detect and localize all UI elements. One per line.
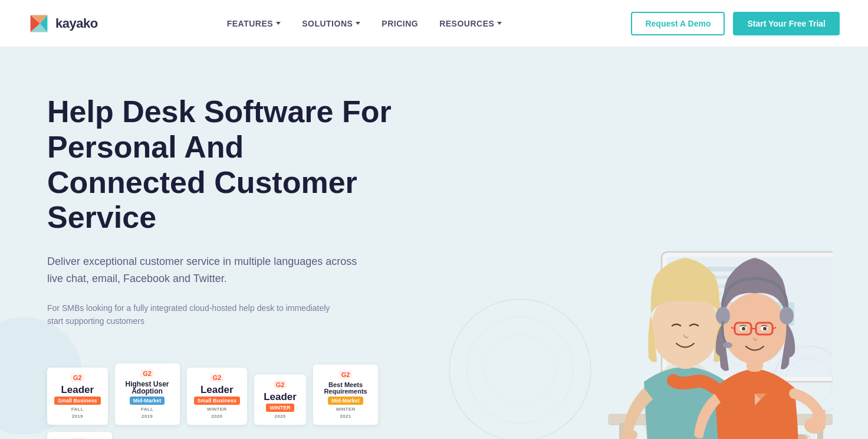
badge-year: 2019 (72, 414, 83, 419)
svg-point-48 (742, 327, 745, 330)
request-demo-button[interactable]: Request A Demo (631, 12, 725, 35)
nav-item-pricing[interactable]: PRICING (382, 19, 418, 28)
svg-point-27 (485, 335, 555, 405)
badge-title: Leader (264, 392, 297, 402)
badge-leader-small-winter2020: G2 Leader Small Business WINTER 2020 (187, 368, 248, 425)
svg-point-51 (780, 307, 794, 325)
chevron-down-icon (276, 22, 281, 25)
awards-badges: G2 Leader Small Business FALL 2019 G2 Hi… (47, 363, 425, 439)
badge-year: 2019 (142, 414, 153, 419)
badge-category: Small Business (54, 397, 101, 405)
badge-year: 2021 (340, 414, 351, 419)
svg-point-49 (763, 327, 767, 330)
badge-season: WINTER (207, 407, 226, 412)
badge-title: Leader (61, 385, 94, 395)
g2-logo: G2 (140, 369, 154, 378)
nav-item-resources[interactable]: RESOURCES (439, 19, 502, 28)
kayako-logo-icon (28, 13, 50, 34)
svg-point-52 (723, 342, 732, 348)
badge-leader-small-fall2019: G2 Leader Small Business FALL 2019 (47, 368, 108, 425)
nav-links: FEATURES SOLUTIONS PRICING RESOURCES (227, 19, 502, 28)
badge-category: WINTER (266, 404, 294, 412)
g2-logo: G2 (274, 381, 287, 389)
badge-category: Mid-Market (328, 397, 363, 405)
badge-users-love-us: G2 Users Love Us ★ ★ ★ ★ ★ (47, 432, 112, 439)
badge-category: Mid-Market (130, 397, 165, 405)
nav-item-features[interactable]: FEATURES (227, 19, 281, 28)
badge-season: WINTER (336, 407, 355, 412)
badge-season: FALL (71, 407, 84, 412)
logo-area[interactable]: kayako (28, 13, 98, 34)
badge-year: 2020 (211, 414, 222, 419)
badge-title: Leader (200, 385, 234, 395)
badge-highest-adoption: G2 Highest User Adoption Mid-Market FALL… (115, 363, 180, 425)
svg-point-26 (467, 317, 573, 423)
chevron-down-icon (356, 22, 360, 25)
hero-subtitle: Deliver exceptional customer service in … (47, 253, 371, 287)
badge-category: Small Business (194, 397, 241, 405)
hero-illustration (432, 134, 833, 439)
start-trial-button[interactable]: Start Your Free Trial (733, 12, 840, 35)
hero-title: Help Desk Software For Personal And Conn… (47, 94, 401, 235)
hero-content-left: Help Desk Software For Personal And Conn… (47, 83, 425, 439)
hero-description: For SMBs looking for a fully integrated … (47, 302, 342, 328)
g2-logo: G2 (71, 374, 84, 382)
hero-section: Help Desk Software For Personal And Conn… (0, 47, 868, 439)
badge-best-meets: G2 Best Meets Requirements Mid-Market WI… (313, 365, 378, 425)
svg-point-25 (449, 299, 591, 439)
badge-title: Best Meets Requirements (320, 382, 371, 395)
badge-season: FALL (141, 407, 153, 412)
hero-illustration-area (425, 83, 821, 439)
navbar: kayako FEATURES SOLUTIONS PRICING RESOUR… (0, 0, 868, 47)
logo-text: kayako (55, 16, 98, 31)
g2-logo: G2 (210, 374, 223, 382)
nav-buttons: Request A Demo Start Your Free Trial (631, 12, 840, 35)
badge-leader-winter2020: G2 Leader WINTER 2020 (254, 375, 306, 425)
chevron-down-icon (497, 22, 502, 25)
nav-item-solutions[interactable]: SOLUTIONS (302, 19, 360, 28)
badge-title: Highest User Adoption (122, 381, 173, 395)
g2-logo: G2 (339, 371, 353, 379)
badge-year: 2020 (275, 414, 286, 419)
